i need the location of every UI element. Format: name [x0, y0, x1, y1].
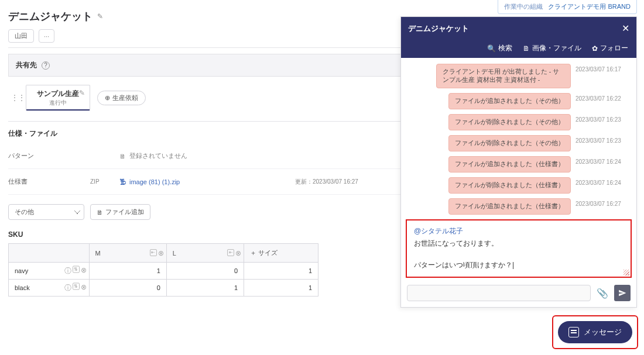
qty-cell[interactable]: 1 — [244, 263, 318, 280]
chat-event-row: ファイルが追加されました（仕様書）2023/03/07 16:24 — [407, 156, 631, 173]
chat-event-pill[interactable]: クライアントデモ用 が出荷しました - サンプル生産 資材出荷 主資材送付 - — [436, 64, 571, 88]
qty-cell[interactable]: 1 — [244, 280, 318, 297]
edit-title-icon[interactable]: ✎ — [97, 12, 103, 20]
chat-header: デニムジャケット ✕ — [401, 17, 636, 40]
pattern-placeholder: 🗎 登録されていません — [119, 151, 295, 160]
tab-title: サンプル生産 — [35, 89, 81, 99]
attach-icon: 🗎 — [97, 209, 103, 216]
message-compose[interactable]: @シタテル花子 お世話になっております。 パターンはいつ頃頂けますか？ — [406, 219, 632, 278]
qty-cell[interactable]: 0 — [166, 263, 244, 280]
sort-icon[interactable]: ⇅ — [73, 266, 80, 273]
chat-actions: 🔍検索 🗎画像・ファイル ✿フォロー — [401, 40, 636, 58]
chat-event-pill[interactable]: ファイルが削除されました（仕様書） — [448, 177, 571, 194]
float-message-highlight: メッセージ — [552, 315, 638, 349]
tab-sub: 進行中 — [35, 99, 81, 107]
share-label: 共有先 — [16, 60, 37, 70]
compose-line: お世話になっております。 — [414, 239, 624, 249]
chat-search-button[interactable]: 🔍検索 — [487, 43, 512, 53]
chat-event-pill[interactable]: ファイルが追加されました（その他） — [448, 93, 571, 109]
compose-line: パターンはいつ頃頂けますか？ — [414, 260, 624, 270]
other-select[interactable]: その他 — [8, 204, 84, 220]
add-size-button[interactable]: ＋ サイズ — [244, 244, 318, 263]
chat-event-time: 2023/03/07 16:24 — [576, 177, 631, 186]
tab-sample-production[interactable]: サンプル生産 進行中 ✎ — [26, 85, 90, 111]
send-icon — [618, 289, 626, 297]
chat-panel: デニムジャケット ✕ 🔍検索 🗎画像・ファイル ✿フォロー クライアントデモ用 … — [400, 16, 637, 308]
org-banner[interactable]: 作業中の組織 クライアントデモ用 BRAND — [498, 0, 637, 14]
chat-body[interactable]: クライアントデモ用 が出荷しました - サンプル生産 資材出荷 主資材送付 -2… — [401, 58, 636, 216]
chat-event-time: 2023/03/07 16:24 — [576, 156, 631, 165]
size-col-m[interactable]: M ⇤⊗ — [89, 244, 166, 263]
file-add-button[interactable]: 🗎 ファイル追加 — [90, 204, 150, 220]
remove-icon[interactable]: ⊗ — [81, 283, 87, 293]
chat-follow-button[interactable]: ✿フォロー — [592, 43, 628, 53]
remove-icon[interactable]: ⊗ — [158, 249, 164, 257]
chat-event-time: 2023/03/07 16:23 — [576, 135, 631, 144]
remove-icon[interactable]: ⊗ — [235, 249, 241, 257]
close-icon[interactable]: ✕ — [622, 23, 629, 34]
sku-corner-cell — [9, 244, 90, 263]
production-request-button[interactable]: ⊕ 生産依頼 — [97, 91, 146, 105]
chat-event-row: ファイルが追加されました（その他）2023/03/07 16:22 — [407, 93, 631, 109]
chat-event-time: 2023/03/07 16:27 — [576, 198, 631, 207]
chat-event-row: クライアントデモ用 が出荷しました - サンプル生産 資材出荷 主資材送付 -2… — [407, 64, 631, 88]
info-icon[interactable]: ⓘ — [64, 283, 71, 293]
file-ext: ZIP — [90, 178, 119, 185]
sku-row: black ⓘ⇅⊗ 0 1 1 — [9, 280, 318, 297]
page-title: デニムジャケット — [8, 9, 93, 23]
file-icon: 🗎 — [119, 153, 126, 160]
remove-icon[interactable]: ⊗ — [81, 266, 87, 276]
file-icon: 🗎 — [523, 44, 530, 53]
size-col-l[interactable]: L ⇤⊗ — [166, 244, 244, 263]
info-icon[interactable]: ⓘ — [64, 266, 71, 276]
chat-title: デニムジャケット — [408, 23, 469, 34]
pattern-label: パターン — [8, 151, 90, 160]
org-label: 作業中の組織 — [504, 3, 543, 10]
more-chip[interactable]: ··· — [39, 29, 54, 43]
chat-event-row: ファイルが削除されました（その他）2023/03/07 16:23 — [407, 135, 631, 151]
sku-table: M ⇤⊗ L ⇤⊗ ＋ サイズ navy ⓘ⇅⊗ 1 0 1 — [8, 243, 318, 297]
zip-icon: 🗜 — [119, 178, 126, 185]
chat-event-row: ファイルが追加されました（仕様書）2023/03/07 16:27 — [407, 198, 631, 215]
move-left-icon[interactable]: ⇤ — [227, 249, 234, 256]
chat-event-time: 2023/03/07 16:22 — [576, 93, 631, 102]
qty-cell[interactable]: 1 — [89, 263, 166, 280]
chat-event-time: 2023/03/07 16:17 — [576, 64, 631, 73]
chat-event-row: ファイルが削除されました（その他）2023/03/07 16:23 — [407, 114, 631, 130]
help-icon[interactable]: ? — [42, 61, 50, 70]
chat-event-pill[interactable]: ファイルが追加されました（仕様書） — [448, 198, 571, 215]
move-left-icon[interactable]: ⇤ — [150, 249, 157, 256]
chat-event-row: ファイルが削除されました（仕様書）2023/03/07 16:24 — [407, 177, 631, 194]
chat-event-pill[interactable]: ファイルが削除されました（その他） — [448, 114, 571, 130]
chat-event-time: 2023/03/07 16:23 — [576, 114, 631, 123]
edit-tab-icon[interactable]: ✎ — [79, 89, 85, 97]
chat-send-row: 📎 — [401, 281, 636, 307]
spec-label: 仕様書 — [8, 177, 90, 186]
message-button[interactable]: メッセージ — [558, 321, 632, 343]
resize-handle-icon[interactable] — [624, 270, 629, 275]
sort-icon[interactable]: ⇅ — [73, 283, 80, 290]
chat-icon — [568, 327, 579, 337]
gear-icon: ✿ — [592, 44, 598, 53]
chat-input[interactable] — [407, 285, 591, 301]
attach-icon[interactable]: 📎 — [597, 288, 608, 299]
spec-file-link[interactable]: 🗜 image (81) (1).zip — [119, 178, 295, 185]
chat-event-pill[interactable]: ファイルが削除されました（その他） — [448, 135, 571, 151]
plus-icon: ⊕ — [105, 94, 110, 102]
color-cell[interactable]: navy ⓘ⇅⊗ — [9, 263, 90, 280]
color-cell[interactable]: black ⓘ⇅⊗ — [9, 280, 90, 297]
qty-cell[interactable]: 0 — [89, 280, 166, 297]
sku-row: navy ⓘ⇅⊗ 1 0 1 — [9, 263, 318, 280]
search-icon: 🔍 — [487, 44, 496, 53]
drag-handle-icon[interactable]: ⋮⋮ — [8, 93, 19, 102]
send-button[interactable] — [614, 285, 631, 301]
owner-chip[interactable]: 山田 — [8, 29, 34, 43]
qty-cell[interactable]: 1 — [166, 280, 244, 297]
chat-images-button[interactable]: 🗎画像・ファイル — [523, 43, 581, 53]
org-name: クライアントデモ用 BRAND — [548, 3, 631, 10]
chat-event-pill[interactable]: ファイルが追加されました（仕様書） — [448, 156, 571, 173]
mention: @シタテル花子 — [414, 226, 624, 236]
